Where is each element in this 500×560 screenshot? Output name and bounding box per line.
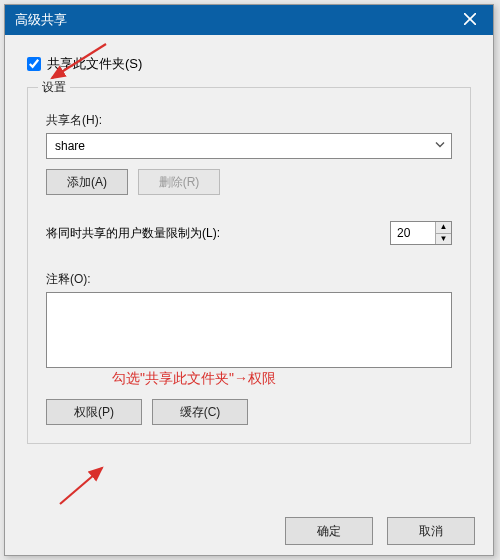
share-folder-row: 共享此文件夹(S): [27, 55, 471, 73]
share-folder-label: 共享此文件夹(S): [47, 55, 142, 73]
cancel-button[interactable]: 取消: [387, 517, 475, 545]
permissions-button[interactable]: 权限(P): [46, 399, 142, 425]
close-icon: [464, 13, 476, 28]
window-title: 高级共享: [15, 11, 447, 29]
share-name-value: share: [55, 139, 85, 153]
comment-label: 注释(O):: [46, 271, 452, 288]
user-limit-input[interactable]: [391, 222, 435, 244]
share-folder-checkbox[interactable]: [27, 57, 41, 71]
share-name-select[interactable]: share: [46, 133, 452, 159]
comment-input[interactable]: [46, 292, 452, 368]
settings-fieldset: 设置 共享名(H): share 添加(A) 删除(R) 将同时共享的用户数量限…: [27, 87, 471, 444]
spinner-up-button[interactable]: ▲: [436, 222, 451, 233]
ok-button[interactable]: 确定: [285, 517, 373, 545]
close-button[interactable]: [447, 5, 493, 35]
user-limit-label: 将同时共享的用户数量限制为(L):: [46, 225, 390, 242]
chevron-up-icon: ▲: [440, 223, 448, 231]
user-limit-spinner[interactable]: ▲ ▼: [390, 221, 452, 245]
add-button[interactable]: 添加(A): [46, 169, 128, 195]
dialog-footer: 确定 取消: [285, 517, 475, 545]
titlebar: 高级共享: [5, 5, 493, 35]
chevron-down-icon: ▼: [440, 235, 448, 243]
share-name-label: 共享名(H):: [46, 112, 452, 129]
remove-button: 删除(R): [138, 169, 220, 195]
settings-legend: 设置: [38, 79, 70, 96]
advanced-sharing-dialog: 高级共享 共享此文件夹(S) 设置 共享名(H): share: [4, 4, 494, 556]
dialog-content: 共享此文件夹(S) 设置 共享名(H): share 添加(A) 删除(R) 将…: [5, 35, 493, 456]
cache-button[interactable]: 缓存(C): [152, 399, 248, 425]
spinner-down-button[interactable]: ▼: [436, 233, 451, 245]
